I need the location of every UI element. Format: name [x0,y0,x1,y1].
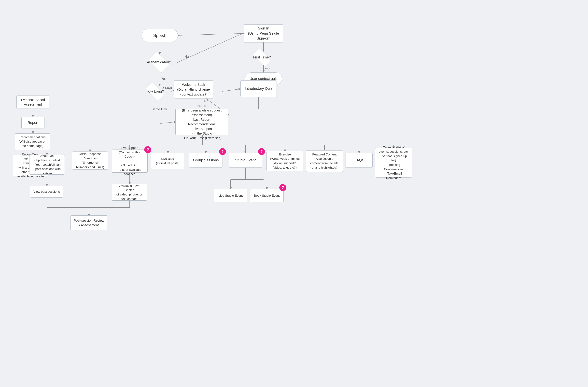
book-studio-event-node: Book Studio Event [250,189,284,202]
authenticated-node: Authenticated? [141,54,177,70]
first-time-node: First Time? [245,51,278,64]
recommendations-node: Recommendations(Will also appear onthe h… [15,133,50,150]
home-node: Home(If it's been a while suggest assess… [175,109,228,135]
featured-content-node: Featured Content(A selection ofcontent f… [306,150,343,172]
calendar-node: Calandar (list ofevents, sessions, etc.u… [375,148,412,178]
welcome-back-node: Welcome Back(Did anything change- contex… [174,80,213,99]
sign-in-node: Sign In(Using Penn SingleSign-on) [244,24,283,42]
report-node: Report [21,117,44,128]
svg-line-15 [222,89,240,91]
live-studio-event-node: Live Studio Event [214,189,247,202]
introductory-quiz-node: Introductory Quiz [240,80,277,97]
question-badge-book-studio: ? [279,184,286,191]
studio-event-node: Studio Event [229,153,262,168]
live-blog-node: Live Blog(individual posts) [151,153,184,169]
view-past-sessions-node: View past sessions [30,186,63,198]
question-badge-studio-event: ? [258,148,265,155]
question-badge-live-support: ? [144,146,151,153]
post-session-node: Post-session Review/ Assessment [70,215,107,230]
splash-node: Splash [142,29,178,42]
svg-text:Yes: Yes [265,67,270,71]
about-me-node: About Me- Updating Context- Your coach/c… [29,155,65,175]
exercise-node: Exercise(What types of thingsdo we suppo… [267,151,303,171]
available-now-node: Available now: Choiceof video, phone, or… [112,184,147,201]
question-badge-group-sessions: ? [219,148,226,155]
crisis-response-node: Crisis ResponseResources(EmergencyNumber… [72,151,108,170]
svg-text:Yes: Yes [161,77,167,81]
flow-svg: No Yes Yes X Days Yes No Same Day [0,0,588,387]
faqs-node: FAQs [346,153,373,168]
live-support-node: Live Support(Connect with aCoach)- Sched… [112,149,147,173]
svg-line-0 [178,33,244,35]
svg-text:No: No [204,99,209,103]
flow-diagram: No Yes Yes X Days Yes No Same Day [0,0,588,387]
label-no1: No [185,55,189,58]
group-sessions-node: Group Sessions [189,153,223,168]
svg-text:Same Day: Same Day [151,107,167,111]
how-long-node: How Long? [138,85,171,98]
svg-line-20 [160,122,176,123]
evidence-based-node: Evidence BasedAssessment [17,96,49,109]
